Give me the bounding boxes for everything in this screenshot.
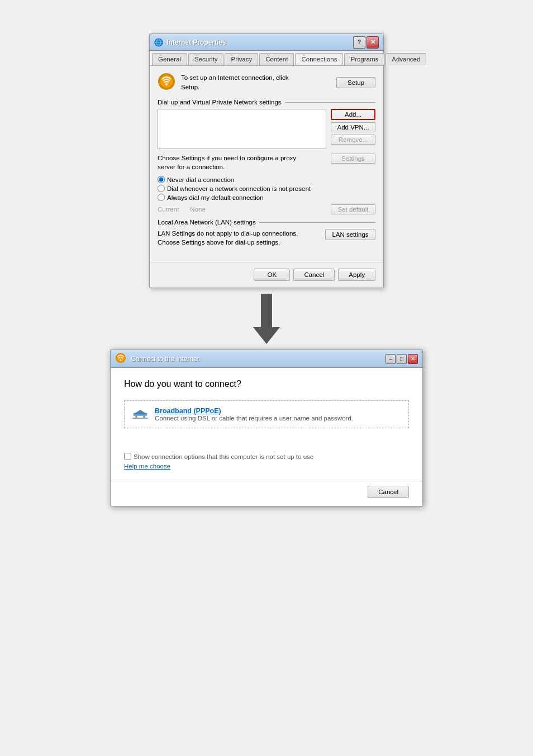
arrow-head xyxy=(253,327,280,344)
connect-close-button[interactable]: ✕ xyxy=(408,354,418,364)
setup-left: To set up an Internet connection, click … xyxy=(158,73,288,92)
tab-advanced[interactable]: Advanced xyxy=(386,53,426,65)
svg-rect-12 xyxy=(135,416,137,418)
current-value: None xyxy=(190,206,331,213)
close-button[interactable]: ✕ xyxy=(367,36,379,49)
tab-security[interactable]: Security xyxy=(188,53,224,65)
radio-whenever: Dial whenever a network connection is no… xyxy=(158,185,375,192)
proxy-row: Choose Settings if you need to configure… xyxy=(158,154,375,171)
broadband-option[interactable]: Broadband (PPPoE) Connect using DSL or c… xyxy=(124,400,409,428)
connect-minimize-button[interactable]: − xyxy=(386,354,396,364)
titlebar-icon xyxy=(154,38,163,47)
titlebar-buttons: ? ✕ xyxy=(353,36,379,49)
remove-button[interactable]: Remove... xyxy=(331,135,375,145)
connect-to-internet-dialog: Connect to the Internet − □ ✕ How do you… xyxy=(110,350,423,506)
current-label: Current xyxy=(158,206,179,213)
proxy-text: Choose Settings if you need to configure… xyxy=(158,154,314,171)
help-button[interactable]: ? xyxy=(353,36,365,49)
connect-titlebar-icon xyxy=(115,352,126,365)
arrow-shaft xyxy=(261,294,272,327)
connect-content: How do you want to connect? Broadband (P… xyxy=(111,368,422,442)
connect-titlebar: Connect to the Internet − □ ✕ xyxy=(111,350,422,368)
dialup-header: Dial-up and Virtual Private Network sett… xyxy=(158,99,375,106)
show-options-checkbox[interactable] xyxy=(124,453,131,460)
vpn-list-area: Add... Add VPN... Remove... xyxy=(158,109,375,149)
settings-button[interactable]: Settings xyxy=(331,154,375,164)
tab-content[interactable]: Content xyxy=(259,53,294,65)
setup-icon xyxy=(158,73,175,92)
vpn-list-box[interactable] xyxy=(158,109,326,149)
radio-always: Always dial my default connection xyxy=(158,194,375,201)
radio-group: Never dial a connection Dial whenever a … xyxy=(158,176,375,201)
connect-maximize-button[interactable]: □ xyxy=(397,354,407,364)
arrow xyxy=(253,294,280,344)
tab-connections[interactable]: Connections xyxy=(295,53,343,65)
radio-never-input[interactable] xyxy=(158,176,165,183)
connect-heading: How do you want to connect? xyxy=(124,379,409,389)
tabs-bar: General Security Privacy Content Connect… xyxy=(150,51,383,66)
svg-point-7 xyxy=(165,83,168,85)
broadband-title: Broadband (PPPoE) xyxy=(155,407,353,415)
tab-privacy[interactable]: Privacy xyxy=(225,53,258,65)
tab-general[interactable]: General xyxy=(152,53,187,65)
set-default-button[interactable]: Set default xyxy=(331,204,375,214)
svg-rect-15 xyxy=(132,418,148,419)
svg-rect-13 xyxy=(143,416,145,418)
help-me-choose-link[interactable]: Help me choose xyxy=(124,463,170,470)
connect-titlebar-title: Connect to the Internet xyxy=(131,355,386,363)
radio-whenever-label: Dial whenever a network connection is no… xyxy=(167,185,311,192)
broadband-option-text: Broadband (PPPoE) Connect using DSL or c… xyxy=(155,407,353,422)
checkbox-row: Show connection options that this comput… xyxy=(124,453,409,460)
tab-programs[interactable]: Programs xyxy=(344,53,384,65)
radio-never: Never dial a connection xyxy=(158,176,375,183)
svg-marker-14 xyxy=(135,410,146,414)
radio-always-label: Always dial my default connection xyxy=(167,194,264,201)
setup-section: To set up an Internet connection, click … xyxy=(158,73,375,92)
setup-button[interactable]: Setup xyxy=(336,77,375,88)
dialog-body: To set up an Internet connection, click … xyxy=(150,66,383,253)
show-options-label: Show connection options that this comput… xyxy=(134,453,313,460)
connect-titlebar-buttons: − □ ✕ xyxy=(386,354,418,364)
connect-buttons-row: Cancel xyxy=(111,481,422,506)
connect-footer: Show connection options that this comput… xyxy=(111,453,422,481)
lan-header: Local Area Network (LAN) settings xyxy=(158,219,375,226)
lan-desc-row: LAN Settings do not apply to dial-up con… xyxy=(158,229,375,247)
lan-section: Local Area Network (LAN) settings LAN Se… xyxy=(158,219,375,247)
add-vpn-button[interactable]: Add VPN... xyxy=(331,122,375,132)
dialog-buttons: OK Cancel Apply xyxy=(150,262,383,288)
radio-always-input[interactable] xyxy=(158,194,165,201)
internet-properties-dialog: Internet Properties ? ✕ General Security… xyxy=(149,34,384,288)
titlebar: Internet Properties ? ✕ xyxy=(150,34,383,51)
apply-button[interactable]: Apply xyxy=(338,269,375,281)
connect-cancel-button[interactable]: Cancel xyxy=(368,486,409,498)
radio-whenever-input[interactable] xyxy=(158,185,165,192)
add-button[interactable]: Add... xyxy=(331,109,375,120)
ok-button[interactable]: OK xyxy=(254,269,290,281)
cancel-button[interactable]: Cancel xyxy=(293,269,335,281)
svg-point-10 xyxy=(120,360,122,361)
broadband-icon xyxy=(132,406,148,422)
current-row: Current None Set default xyxy=(158,204,375,214)
lan-desc-text: LAN Settings do not apply to dial-up con… xyxy=(158,229,314,247)
radio-never-label: Never dial a connection xyxy=(167,176,234,183)
titlebar-title: Internet Properties xyxy=(166,39,353,46)
lan-settings-button[interactable]: LAN settings xyxy=(325,229,375,240)
setup-text: To set up an Internet connection, click … xyxy=(181,73,288,91)
vpn-buttons: Add... Add VPN... Remove... xyxy=(331,109,375,149)
broadband-desc: Connect using DSL or cable that requires… xyxy=(155,415,353,422)
